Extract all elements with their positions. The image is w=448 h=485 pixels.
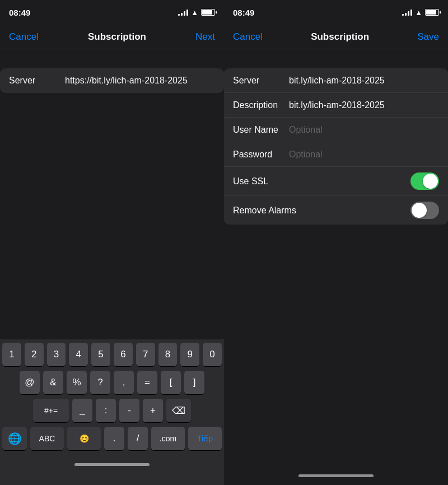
right-home-bar xyxy=(298,474,374,477)
key-6[interactable]: 6 xyxy=(114,343,133,366)
right-panel: 08:49 ▲ Cancel Subscription Save Server … xyxy=(224,0,448,485)
right-ssl-row: Use SSL xyxy=(224,167,448,196)
key-7[interactable]: 7 xyxy=(136,343,155,366)
keyboard-row-numbers: 1 2 3 4 5 6 7 8 9 0 xyxy=(0,343,224,366)
key-equals[interactable]: = xyxy=(137,371,157,394)
right-status-bar: 08:49 ▲ xyxy=(224,0,448,25)
remove-alarms-toggle[interactable] xyxy=(410,202,439,219)
left-signal-icon xyxy=(178,9,188,16)
right-server-row: Server bit.ly/lich-am-2018-2025 xyxy=(224,68,448,93)
left-spacer xyxy=(0,49,224,68)
right-description-label: Description xyxy=(233,100,289,110)
left-nav-bar: Cancel Subscription Next xyxy=(0,25,224,49)
right-cancel-button[interactable]: Cancel xyxy=(233,31,263,43)
key-question[interactable]: ? xyxy=(90,371,110,394)
left-status-bar: 08:49 ▲ xyxy=(0,0,224,25)
right-save-button[interactable]: Save xyxy=(417,31,439,43)
left-wifi-icon: ▲ xyxy=(191,8,198,17)
left-server-value[interactable]: https://bit.ly/lich-am-2018-2025 xyxy=(65,76,215,86)
left-cancel-button[interactable]: Cancel xyxy=(9,31,39,43)
right-spacer xyxy=(224,49,448,68)
key-amp[interactable]: & xyxy=(43,371,63,394)
key-abc[interactable]: ABC xyxy=(30,427,64,450)
key-9[interactable]: 9 xyxy=(180,343,199,366)
use-ssl-thumb xyxy=(423,174,438,189)
key-hashplus[interactable]: #+= xyxy=(33,399,69,422)
right-nav-bar: Cancel Subscription Save xyxy=(224,25,448,49)
key-dotcom[interactable]: .com xyxy=(151,427,185,450)
key-emoji[interactable]: 😊 xyxy=(67,427,101,450)
key-bracket-open[interactable]: [ xyxy=(161,371,181,394)
right-status-icons: ▲ xyxy=(402,8,439,17)
keyboard: 1 2 3 4 5 6 7 8 9 0 @ & % ? , = [ ] #+= … xyxy=(0,339,224,485)
use-ssl-toggle[interactable] xyxy=(410,172,439,190)
right-alarms-row: Remove Alarms xyxy=(224,196,448,225)
left-home-indicator xyxy=(0,455,224,474)
right-description-row: Description bit.ly/lich-am-2018-2025 xyxy=(224,93,448,118)
key-bracket-close[interactable]: ] xyxy=(184,371,204,394)
backspace-key[interactable]: ⌫ xyxy=(166,399,191,422)
key-colon[interactable]: : xyxy=(96,399,116,422)
right-wifi-icon: ▲ xyxy=(415,8,422,17)
left-nav-title: Subscription xyxy=(88,31,146,43)
right-ssl-label: Use SSL xyxy=(233,176,289,186)
left-panel: 08:49 ▲ Cancel Subscription Next Server … xyxy=(0,0,224,485)
left-server-row: Server https://bit.ly/lich-am-2018-2025 xyxy=(0,68,224,93)
key-tiep[interactable]: Tiếp xyxy=(188,427,222,450)
right-username-input[interactable]: Optional xyxy=(289,125,439,135)
right-password-label: Password xyxy=(233,150,289,160)
key-slash[interactable]: / xyxy=(128,427,148,450)
key-1[interactable]: 1 xyxy=(2,343,21,366)
left-form-group: Server https://bit.ly/lich-am-2018-2025 xyxy=(0,68,224,93)
keyboard-row-special: #+= _ : - + ⌫ xyxy=(0,399,224,422)
key-comma[interactable]: , xyxy=(114,371,134,394)
key-underscore[interactable]: _ xyxy=(72,399,92,422)
key-3[interactable]: 3 xyxy=(47,343,66,366)
right-password-input[interactable]: Optional xyxy=(289,150,439,160)
keyboard-row-symbols: @ & % ? , = [ ] xyxy=(0,371,224,394)
key-minus[interactable]: - xyxy=(119,399,139,422)
key-4[interactable]: 4 xyxy=(69,343,88,366)
globe-key[interactable]: 🌐 xyxy=(2,427,27,450)
right-form-group: Server bit.ly/lich-am-2018-2025 Descript… xyxy=(224,68,448,225)
left-server-label: Server xyxy=(9,76,65,86)
right-username-row: User Name Optional xyxy=(224,118,448,142)
left-battery-icon xyxy=(201,9,215,16)
keyboard-row-bottom: 🌐 ABC 😊 . / .com Tiếp xyxy=(0,427,224,450)
right-alarms-label: Remove Alarms xyxy=(233,206,296,216)
remove-alarms-thumb xyxy=(412,203,427,218)
right-username-label: User Name xyxy=(233,125,289,135)
left-status-icons: ▲ xyxy=(178,8,215,17)
right-battery-icon xyxy=(425,9,439,16)
key-percent[interactable]: % xyxy=(67,371,87,394)
right-home-indicator xyxy=(224,466,448,485)
key-5[interactable]: 5 xyxy=(91,343,110,366)
right-password-row: Password Optional xyxy=(224,142,448,167)
right-nav-title: Subscription xyxy=(311,31,369,43)
left-time: 08:49 xyxy=(9,8,30,17)
right-description-value[interactable]: bit.ly/lich-am-2018-2025 xyxy=(289,100,439,110)
key-plus[interactable]: + xyxy=(143,399,163,422)
left-home-bar xyxy=(74,463,150,466)
right-server-value[interactable]: bit.ly/lich-am-2018-2025 xyxy=(289,76,439,86)
key-8[interactable]: 8 xyxy=(158,343,178,366)
left-next-button[interactable]: Next xyxy=(195,31,215,43)
key-dot[interactable]: . xyxy=(104,427,124,450)
right-time: 08:49 xyxy=(233,8,254,17)
right-signal-icon xyxy=(402,9,412,16)
right-server-label: Server xyxy=(233,76,289,86)
key-2[interactable]: 2 xyxy=(25,343,44,366)
key-at[interactable]: @ xyxy=(20,371,40,394)
key-0[interactable]: 0 xyxy=(203,343,222,366)
